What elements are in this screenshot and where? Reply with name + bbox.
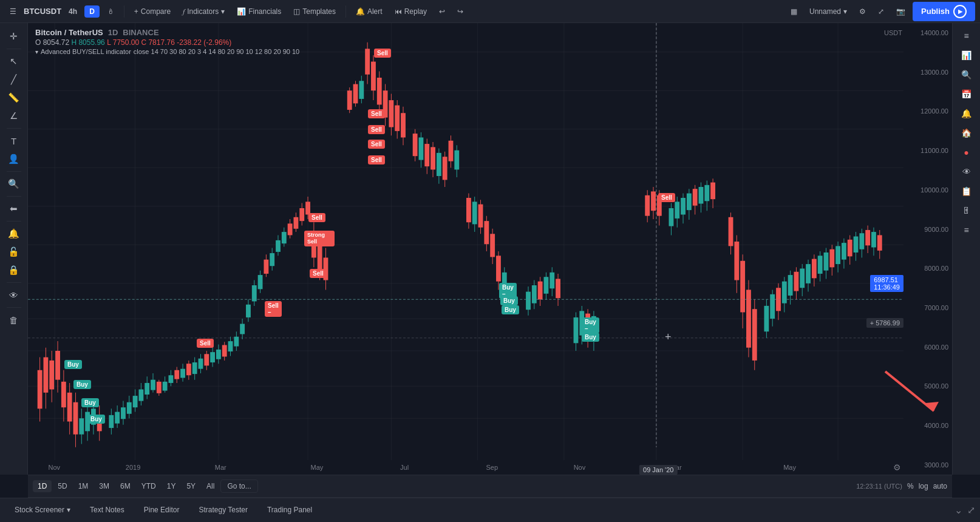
tf-ytd[interactable]: YTD xyxy=(137,480,161,492)
svg-rect-243 xyxy=(824,253,829,271)
visibility-tool[interactable]: 👁 xyxy=(958,164,976,180)
templates-button[interactable]: ◫ Templates xyxy=(288,5,341,18)
replay-button[interactable]: ⏮ Replay xyxy=(390,5,432,18)
tab-stock-screener[interactable]: Stock Screener ▾ xyxy=(5,501,80,520)
time-label-may2: May xyxy=(783,464,796,471)
notes-tool[interactable]: 📋 xyxy=(958,183,976,199)
fullscreen-button[interactable]: ⤢ xyxy=(873,5,889,18)
indicator-chevron[interactable]: ▾ xyxy=(35,49,38,55)
price-axis: 14000.00 13000.00 12000.00 11000.00 1000… xyxy=(903,23,952,475)
back-tool[interactable]: ⬅ xyxy=(4,200,24,217)
separator-2 xyxy=(345,5,346,18)
tf-all[interactable]: All xyxy=(202,480,219,492)
search-tool[interactable]: 🔍 xyxy=(958,67,976,83)
timeframe-4h-button[interactable]: 4h xyxy=(64,5,82,18)
settings-button[interactable]: ⚙ xyxy=(854,5,871,18)
low-value: 7750.00 xyxy=(113,38,139,47)
svg-rect-219 xyxy=(746,290,751,347)
log-button[interactable]: log xyxy=(919,482,928,490)
data-tool[interactable]: 📊 xyxy=(958,47,976,63)
svg-rect-144 xyxy=(424,144,429,166)
panel-collapse-icon[interactable]: ⌄ xyxy=(954,504,962,516)
time-display: 12:23:11 (UTC) % log auto xyxy=(856,482,947,490)
eye-tool[interactable]: 👁 xyxy=(4,286,24,303)
svg-rect-28 xyxy=(49,361,54,390)
goto-button[interactable]: Go to... xyxy=(220,480,257,493)
angle-tool[interactable]: ∠ xyxy=(4,107,24,124)
ruler-tool[interactable]: 📏 xyxy=(4,89,24,106)
financials-icon: 📊 xyxy=(237,7,246,16)
tab-text-notes[interactable]: Text Notes xyxy=(80,501,134,520)
tab-pine-editor[interactable]: Pine Editor xyxy=(134,501,189,520)
notification-tool[interactable]: 🔔 xyxy=(958,106,976,121)
svg-rect-180 xyxy=(556,279,560,298)
financials-button[interactable]: 📊 Financials xyxy=(232,5,286,18)
price-label-9000: 9000.00 xyxy=(907,226,948,233)
svg-rect-215 xyxy=(734,242,739,280)
percent-button[interactable]: % xyxy=(907,482,914,490)
tf-3m[interactable]: 3M xyxy=(94,480,114,492)
watchlist-tool[interactable]: ≡ xyxy=(958,28,976,44)
panel-expand-icon[interactable]: ⤢ xyxy=(967,504,975,516)
sell-signal-jul4: Sell xyxy=(368,155,385,164)
svg-rect-136 xyxy=(395,106,400,131)
timeframe-d-button[interactable]: D xyxy=(84,5,100,18)
tf-5y[interactable]: 5Y xyxy=(182,480,200,492)
redo-button[interactable]: ↪ xyxy=(452,5,468,18)
undo-button[interactable]: ↩ xyxy=(434,5,450,18)
svg-rect-66 xyxy=(169,375,174,383)
alert-button[interactable]: 🔔 Alert xyxy=(351,5,387,18)
tf-1y[interactable]: 1Y xyxy=(162,480,181,492)
chart-type-button[interactable]: 🕯 xyxy=(102,5,119,18)
svg-rect-201 xyxy=(681,198,686,215)
gear-icon: ⚙ xyxy=(859,7,866,16)
left-tool-sep-4 xyxy=(7,196,21,197)
compare-button[interactable]: + Compare xyxy=(129,5,175,18)
tf-1m[interactable]: 1M xyxy=(73,480,94,492)
multi-chart-button[interactable]: ▦ xyxy=(786,5,802,18)
buy-signal-nov18c: Buy xyxy=(81,398,99,407)
tf-5d[interactable]: 5D xyxy=(53,480,72,492)
chart-area[interactable]: 14000.00 13000.00 12000.00 11000.00 1000… xyxy=(28,23,952,475)
publish-button[interactable]: Publish ▶ xyxy=(913,2,975,21)
crosshair-tool[interactable]: ✛ xyxy=(4,28,24,45)
tab-strategy-tester[interactable]: Strategy Tester xyxy=(189,501,257,520)
symbol-label[interactable]: BTCUSDT xyxy=(24,7,61,16)
auto-button[interactable]: auto xyxy=(933,482,947,490)
snapshot-button[interactable]: 📷 xyxy=(891,5,910,18)
user-tool[interactable]: 👤 xyxy=(4,151,24,168)
svg-rect-162 xyxy=(484,221,489,244)
tf-6m[interactable]: 6M xyxy=(115,480,135,492)
buy-signal-nov18b: Buy xyxy=(73,380,91,389)
pin-tool[interactable]: ● xyxy=(958,144,976,160)
svg-rect-150 xyxy=(443,157,447,180)
price-label-8000: 8000.00 xyxy=(907,265,948,272)
zoom-tool[interactable]: 🔍 xyxy=(4,175,24,192)
svg-rect-76 xyxy=(199,359,203,369)
trash-tool[interactable]: 🗑 xyxy=(4,311,24,328)
calendar-tool[interactable]: 📅 xyxy=(958,86,976,102)
text-tool[interactable]: T xyxy=(4,132,24,149)
svg-rect-166 xyxy=(496,256,501,281)
lines-tool[interactable]: ≡ xyxy=(958,222,976,238)
svg-rect-86 xyxy=(228,341,233,351)
svg-rect-100 xyxy=(270,253,274,266)
price-label-13000: 13000.00 xyxy=(907,69,948,76)
menu-button[interactable]: ☰ xyxy=(5,5,21,18)
buy-signal-nov18a: Buy xyxy=(64,360,82,369)
trend-line-tool[interactable]: ╱ xyxy=(4,71,24,88)
cursor-tool[interactable]: ↖ xyxy=(4,53,24,70)
slider-tool[interactable]: 🎚 xyxy=(958,203,976,219)
alert-tool[interactable]: 🔔 xyxy=(4,225,24,242)
tf-1d[interactable]: 1D xyxy=(33,480,52,492)
lock-tool-2[interactable]: 🔒 xyxy=(4,262,24,279)
svg-rect-32 xyxy=(61,382,66,407)
home-tool[interactable]: 🏠 xyxy=(958,125,976,141)
svg-rect-128 xyxy=(371,62,376,91)
tab-trading-panel[interactable]: Trading Panel xyxy=(257,501,322,520)
chart-settings-icon[interactable]: ⚙ xyxy=(893,463,901,472)
indicators-button[interactable]: 𝑓 Indicators ▾ xyxy=(178,5,230,18)
lock-tool-1[interactable]: 🔓 xyxy=(4,243,24,260)
time-axis: Nov 2019 Mar May Jul Sep Nov Mar May 09 … xyxy=(28,460,903,475)
chart-name-button[interactable]: Unnamed ▾ xyxy=(805,5,852,18)
